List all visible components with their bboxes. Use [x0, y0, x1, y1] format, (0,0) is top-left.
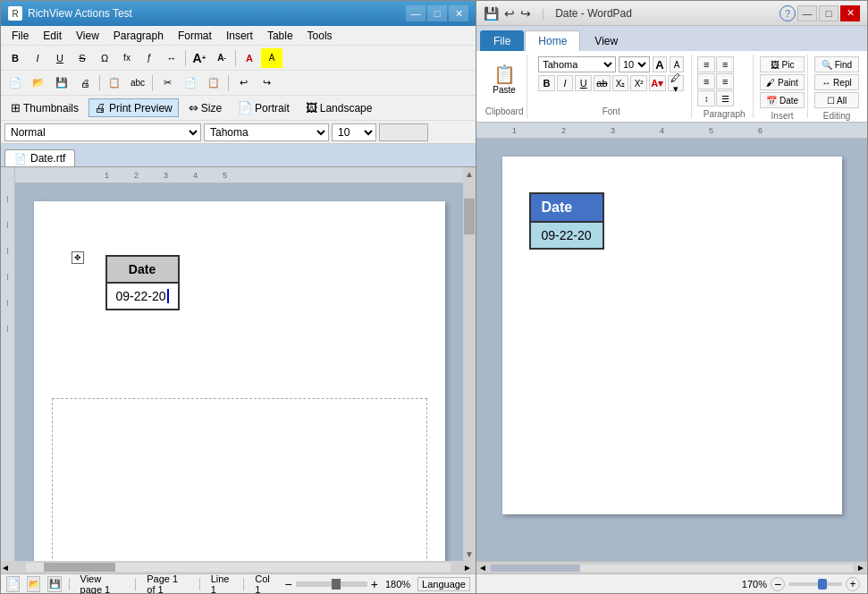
save-button[interactable]: 💾	[51, 73, 72, 93]
ribbon-tab-home[interactable]: Home	[525, 30, 580, 51]
wp-document-area[interactable]: Date 09-22-20	[476, 139, 867, 561]
print-preview-button[interactable]: 🖨 Print Preview	[88, 98, 179, 117]
insert-paint-btn[interactable]: 🖌 Paint	[760, 74, 805, 90]
wp-maximize-btn[interactable]: □	[819, 5, 839, 21]
cut-button[interactable]: ✂	[156, 73, 178, 93]
help-button[interactable]: ?	[780, 5, 796, 21]
menu-view[interactable]: View	[69, 26, 106, 45]
wp-undo-icon[interactable]: ↩	[504, 6, 515, 21]
font-color-button[interactable]: A	[239, 48, 260, 68]
vertical-scrollbar[interactable]: ▲ ▼	[463, 167, 476, 561]
redo-button[interactable]: ↪	[256, 73, 277, 93]
replace-btn[interactable]: ↔ Repl	[814, 74, 859, 90]
status-save-btn[interactable]: 💾	[47, 576, 61, 592]
ribbon-tab-view[interactable]: View	[581, 30, 631, 51]
wp-table-data-cell[interactable]: 09-22-20	[530, 222, 603, 249]
copy-button[interactable]: 📄	[180, 73, 201, 93]
zoom-plus[interactable]: +	[371, 577, 378, 591]
justify-btn[interactable]: ≡	[716, 73, 734, 89]
font-name-select[interactable]: Tahoma	[538, 56, 616, 72]
menu-edit[interactable]: Edit	[36, 26, 69, 45]
paste-ribbon-btn[interactable]: 📋 Paste	[486, 63, 522, 98]
scroll-left[interactable]: ◄	[1, 563, 13, 573]
strikethrough-button[interactable]: S	[72, 48, 93, 68]
bold-ribbon-btn[interactable]: B	[538, 75, 555, 91]
minimize-button[interactable]: —	[406, 5, 426, 21]
symbol-button[interactable]: Ω	[94, 48, 115, 68]
align-left-btn[interactable]: ≡	[697, 56, 715, 72]
wp-zoom-handle[interactable]	[818, 579, 827, 590]
maximize-button[interactable]: □	[427, 5, 447, 21]
line-spacing-btn[interactable]: ↕	[697, 90, 715, 106]
style-select[interactable]: Normal	[4, 123, 201, 141]
table-move-handle[interactable]: ✥	[72, 251, 84, 264]
portrait-button[interactable]: 📄 Portrait	[232, 98, 296, 117]
insert-date-btn[interactable]: 📅 Date	[760, 92, 805, 108]
bold-button[interactable]: B	[4, 48, 26, 68]
scroll-thumb-h[interactable]	[44, 563, 115, 572]
zoom-slider[interactable]	[296, 581, 367, 587]
highlight-button[interactable]: A	[261, 48, 282, 68]
close-button[interactable]: ✕	[449, 5, 468, 21]
align-center-btn[interactable]: ≡	[716, 56, 734, 72]
menu-format[interactable]: Format	[171, 26, 219, 45]
menu-tools[interactable]: Tools	[300, 26, 340, 45]
undo-button[interactable]: ↩	[232, 73, 254, 93]
underline-ribbon-btn[interactable]: U	[575, 75, 592, 91]
highlight-ribbon-btn[interactable]: 🖊▾	[668, 75, 685, 91]
scroll-up[interactable]: ▲	[463, 167, 476, 181]
insert-picture-btn[interactable]: 🖼 Pic	[760, 56, 805, 72]
zoom-handle[interactable]	[332, 579, 341, 590]
table-data-cell[interactable]: 09-22-20	[106, 283, 179, 310]
menu-table[interactable]: Table	[260, 26, 300, 45]
font-shrink-ribbon[interactable]: A	[670, 56, 684, 72]
bullets-btn[interactable]: ☰	[716, 90, 734, 106]
wp-scroll-left[interactable]: ◄	[476, 563, 489, 573]
font-size-select[interactable]: 10	[619, 56, 650, 72]
wp-save-icon[interactable]: 💾	[484, 6, 499, 21]
paste-button[interactable]: 📋	[203, 73, 224, 93]
subscript-ribbon-btn[interactable]: X₂	[612, 75, 629, 91]
find-btn[interactable]: 🔍 Find	[814, 56, 859, 72]
menu-file[interactable]: File	[4, 26, 36, 45]
ribbon-tab-file[interactable]: File	[480, 30, 524, 51]
formula-button[interactable]: fx	[116, 48, 138, 68]
wp-zoom-minus[interactable]: −	[771, 577, 785, 591]
size-button[interactable]: ⇔ Size	[182, 98, 228, 117]
status-open-btn[interactable]: 📂	[27, 576, 40, 592]
language-button[interactable]: Language	[417, 577, 470, 591]
font-select[interactable]: Tahoma	[204, 123, 329, 141]
menu-insert[interactable]: Insert	[219, 26, 260, 45]
page-area[interactable]: ✥ Date 09-22-20	[15, 183, 463, 561]
status-new-btn[interactable]: 📄	[6, 576, 20, 592]
wp-horizontal-scrollbar[interactable]: ◄ ►	[476, 561, 867, 573]
print-button[interactable]: 🖨	[74, 73, 96, 93]
wp-scroll-thumb-h[interactable]	[491, 564, 580, 572]
function-button[interactable]: ƒ	[139, 48, 160, 68]
size-select[interactable]: 10	[332, 123, 376, 141]
scroll-thumb[interactable]	[464, 199, 475, 234]
spell-button[interactable]: abc	[127, 73, 148, 93]
wp-redo-icon[interactable]: ↪	[520, 6, 531, 21]
clipboard-button[interactable]: 📋	[104, 73, 125, 93]
underline-button[interactable]: U	[49, 48, 71, 68]
strikethrough-ribbon-btn[interactable]: ab	[594, 75, 611, 91]
font-grow-button[interactable]: A+	[189, 48, 210, 68]
landscape-button[interactable]: 🖼 Landscape	[299, 98, 379, 117]
align-right-btn[interactable]: ≡	[697, 73, 715, 89]
wp-scroll-right[interactable]: ►	[855, 563, 867, 573]
scroll-right[interactable]: ►	[463, 563, 476, 573]
select-all-btn[interactable]: ☐ All	[814, 92, 859, 108]
menu-paragraph[interactable]: Paragraph	[106, 26, 171, 45]
italic-button[interactable]: I	[27, 48, 48, 68]
scroll-down[interactable]: ▼	[463, 547, 476, 561]
thumbnails-button[interactable]: ⊞ Thumbnails	[4, 98, 85, 117]
document-tab[interactable]: 📄 Date.rtf	[4, 149, 75, 166]
wp-zoom-slider[interactable]	[788, 582, 842, 586]
open-button[interactable]: 📂	[28, 73, 49, 93]
horizontal-scrollbar[interactable]: ◄ ►	[1, 561, 476, 573]
font-shrink-button[interactable]: A-	[211, 48, 232, 68]
new-button[interactable]: 📄	[4, 73, 26, 93]
font-color-ribbon-btn[interactable]: A▾	[649, 75, 666, 91]
wp-minimize-btn[interactable]: —	[797, 5, 817, 21]
